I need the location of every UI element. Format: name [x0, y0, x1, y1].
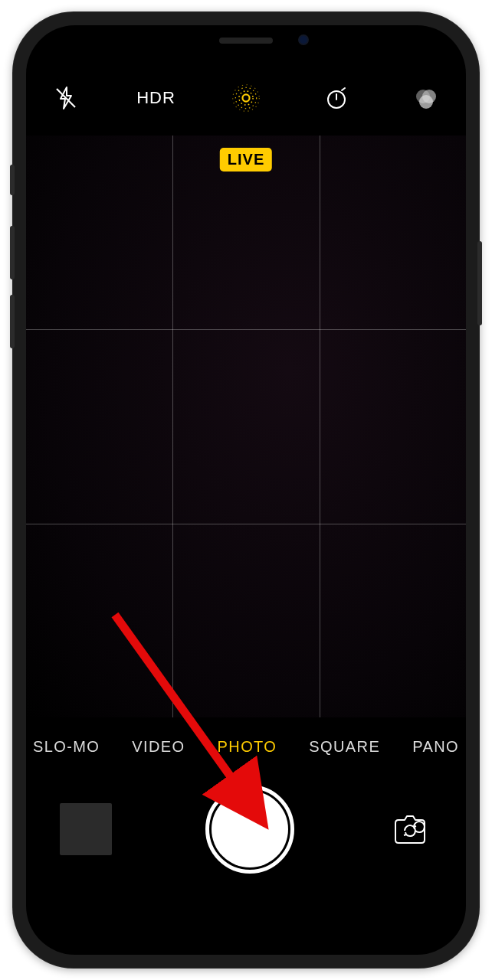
- mode-square[interactable]: SQUARE: [309, 738, 380, 756]
- mode-video[interactable]: VIDEO: [132, 738, 185, 756]
- live-badge: LIVE: [220, 148, 272, 172]
- switch-camera-icon: [391, 814, 429, 844]
- filters-icon: [413, 85, 439, 111]
- mode-photo[interactable]: PHOTO: [218, 738, 277, 756]
- svg-point-1: [242, 94, 249, 101]
- switch-camera-button[interactable]: [388, 811, 432, 848]
- camera-bottom-controls: [26, 772, 466, 887]
- last-photo-thumbnail[interactable]: [60, 803, 112, 855]
- front-camera: [298, 34, 309, 45]
- grid-line: [172, 136, 173, 717]
- camera-top-toolbar: HDR: [26, 71, 466, 125]
- flash-toggle[interactable]: [48, 80, 84, 116]
- svg-point-9: [419, 95, 433, 109]
- shutter-button[interactable]: [212, 791, 288, 867]
- notch: [139, 25, 353, 56]
- timer-icon: [324, 86, 349, 110]
- speaker: [219, 38, 273, 44]
- grid-line: [26, 524, 466, 524]
- svg-point-4: [233, 85, 260, 112]
- volume-up-button: [10, 226, 15, 279]
- side-button: [10, 165, 15, 195]
- grid-line: [320, 136, 320, 717]
- screen: HDR: [26, 25, 466, 955]
- flash-off-icon: [53, 85, 79, 111]
- live-photo-toggle[interactable]: [228, 80, 264, 116]
- volume-down-button: [10, 295, 15, 348]
- grid-line: [26, 329, 466, 330]
- phone-frame: HDR: [12, 11, 480, 969]
- power-button: [477, 241, 482, 325]
- timer-toggle[interactable]: [318, 80, 355, 116]
- mode-slo-mo[interactable]: SLO-MO: [33, 738, 100, 756]
- hdr-toggle[interactable]: HDR: [138, 80, 175, 116]
- live-photo-icon: [231, 83, 261, 113]
- svg-point-2: [239, 91, 253, 105]
- mode-pano[interactable]: PANO: [412, 738, 459, 756]
- filters-toggle[interactable]: [408, 80, 444, 116]
- camera-mode-selector[interactable]: SLO-MO VIDEO PHOTO SQUARE PANO: [26, 730, 466, 763]
- camera-viewfinder[interactable]: LIVE: [26, 136, 466, 717]
